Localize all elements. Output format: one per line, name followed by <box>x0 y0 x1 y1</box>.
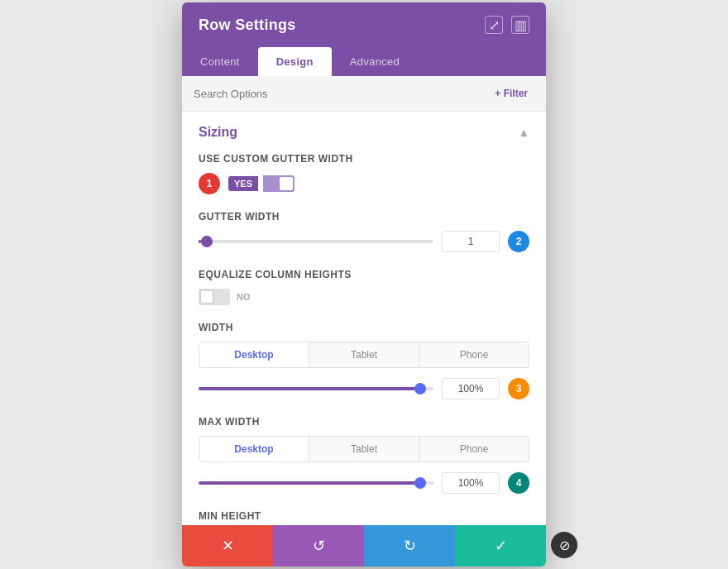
width-slider[interactable] <box>199 387 433 390</box>
width-label: Width <box>199 322 529 333</box>
max-width-slider-row: 100% 4 <box>199 472 529 494</box>
width-option: Width Desktop Tablet Phone 100% 3 <box>199 322 529 399</box>
width-device-tabs: Desktop Tablet Phone <box>199 342 529 368</box>
max-width-slider[interactable] <box>199 481 433 485</box>
modal-body: Sizing ▲ Use Custom Gutter Width 1 YES <box>182 112 546 525</box>
tab-bar: Content Design Advanced <box>182 47 546 76</box>
header-icons: ⤢ ▥ <box>485 16 529 34</box>
modal-title: Row Settings <box>199 17 296 34</box>
max-width-slider-fill <box>199 481 424 485</box>
floating-icon: ⊘ <box>559 538 570 553</box>
floating-action-button[interactable]: ⊘ <box>551 532 577 558</box>
gutter-width-option: Gutter Width 1 2 <box>199 211 529 252</box>
max-width-tab-phone[interactable]: Phone <box>419 437 529 461</box>
eq-state-label: NO <box>237 292 251 302</box>
search-input[interactable] <box>194 88 481 100</box>
filter-button[interactable]: + Filter <box>488 84 534 103</box>
eq-track[interactable] <box>199 289 230 305</box>
eq-thumb <box>200 290 213 304</box>
max-width-device-tabs: Desktop Tablet Phone <box>199 436 529 462</box>
max-width-option: Max Width Desktop Tablet Phone 100% 4 <box>199 416 529 494</box>
use-custom-gutter-option: Use Custom Gutter Width 1 YES <box>199 153 529 194</box>
tab-design[interactable]: Design <box>258 47 332 76</box>
badge-4: 4 <box>508 472 529 494</box>
max-width-slider-thumb[interactable] <box>414 477 426 489</box>
section-title: Sizing <box>199 125 237 140</box>
toggle-track[interactable] <box>263 175 295 192</box>
expand-icon[interactable]: ⤢ <box>485 16 503 34</box>
width-slider-row: 100% 3 <box>199 378 529 399</box>
columns-icon[interactable]: ▥ <box>511 16 529 34</box>
gutter-toggle[interactable]: YES <box>228 175 295 192</box>
width-tab-desktop[interactable]: Desktop <box>199 342 309 367</box>
max-width-value[interactable]: 100% <box>442 472 500 494</box>
width-slider-thumb[interactable] <box>414 383 426 394</box>
width-tab-phone[interactable]: Phone <box>419 342 529 367</box>
undo-button[interactable]: ↺ <box>273 525 364 567</box>
gutter-width-label: Gutter Width <box>199 211 529 222</box>
modal-header: Row Settings ⤢ ▥ <box>182 2 546 47</box>
modal-footer: ✕ ↺ ↻ ✓ <box>182 525 546 567</box>
toggle-thumb <box>280 177 293 190</box>
save-button[interactable]: ✓ <box>455 525 546 567</box>
max-width-label: Max Width <box>199 416 529 428</box>
badge-2: 2 <box>508 231 529 252</box>
gutter-width-value[interactable]: 1 <box>442 231 500 252</box>
redo-button[interactable]: ↻ <box>364 525 455 567</box>
collapse-icon[interactable]: ▲ <box>518 126 529 139</box>
equalize-columns-label: Equalize Column Heights <box>199 269 529 280</box>
equalize-columns-option: Equalize Column Heights NO <box>199 269 529 305</box>
toggle-yes-label: YES <box>228 176 258 191</box>
width-value[interactable]: 100% <box>442 378 500 399</box>
min-height-option: Min Height <box>199 510 529 522</box>
gutter-width-slider-row: 1 2 <box>199 231 529 252</box>
search-bar: + Filter <box>182 76 546 112</box>
row-settings-modal: Row Settings ⤢ ▥ Content Design Advanced… <box>182 2 546 567</box>
use-custom-gutter-label: Use Custom Gutter Width <box>199 153 529 165</box>
width-slider-fill <box>199 387 424 390</box>
cancel-button[interactable]: ✕ <box>182 525 273 567</box>
badge-3: 3 <box>508 378 529 399</box>
tab-content[interactable]: Content <box>182 47 258 76</box>
max-width-tab-tablet[interactable]: Tablet <box>309 437 419 461</box>
max-width-tab-desktop[interactable]: Desktop <box>199 437 309 461</box>
equalize-toggle[interactable]: NO <box>199 289 529 305</box>
tab-advanced[interactable]: Advanced <box>332 47 418 76</box>
sizing-section-header: Sizing ▲ <box>199 125 529 140</box>
gutter-slider-thumb[interactable] <box>201 236 213 247</box>
gutter-width-slider[interactable] <box>199 240 433 243</box>
badge-1: 1 <box>199 173 220 194</box>
width-tab-tablet[interactable]: Tablet <box>309 342 419 367</box>
min-height-label: Min Height <box>199 510 529 522</box>
